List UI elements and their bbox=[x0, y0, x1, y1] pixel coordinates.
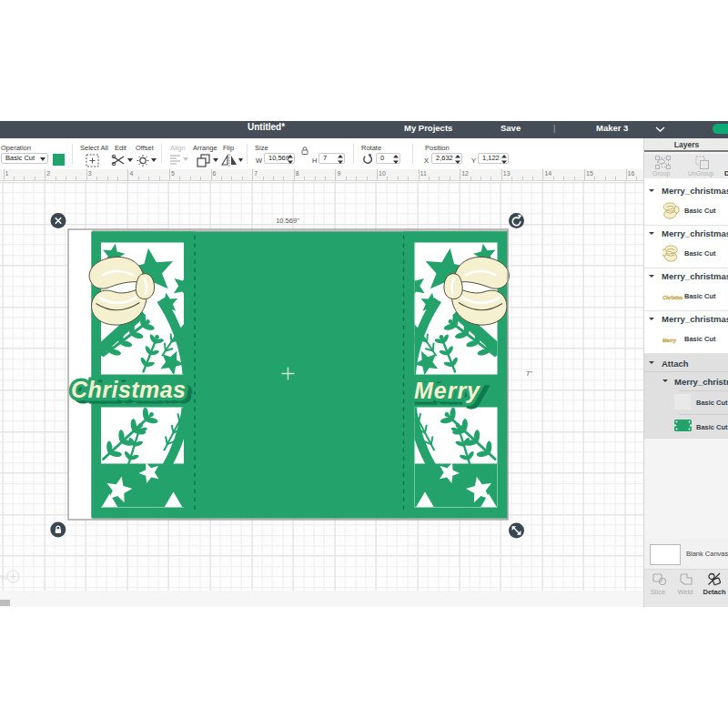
svg-text:Merry: Merry bbox=[662, 338, 677, 343]
svg-text:10.569": 10.569" bbox=[276, 216, 299, 224]
svg-text:Christmas: Christmas bbox=[662, 295, 682, 300]
svg-text:%: % bbox=[0, 572, 7, 581]
svg-text:Christmas: Christmas bbox=[71, 377, 186, 402]
svg-text:7": 7" bbox=[526, 369, 532, 377]
svg-text:Merry: Merry bbox=[414, 378, 480, 403]
